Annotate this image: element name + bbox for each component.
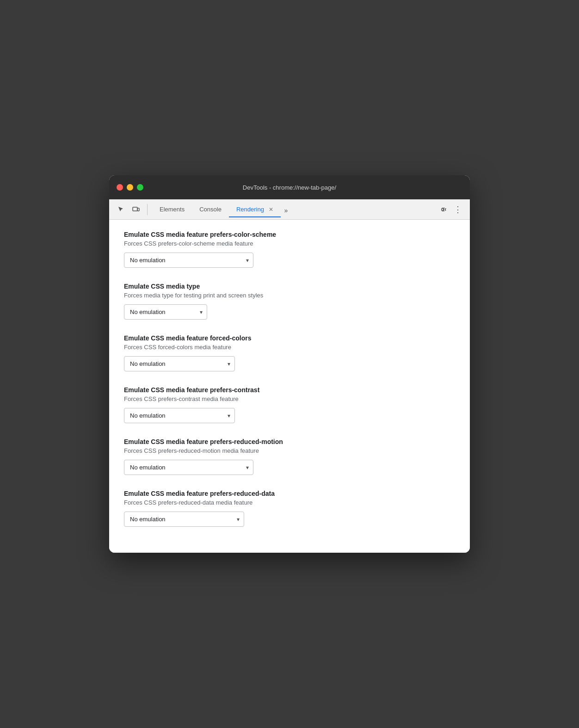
rendering-panel-content: Emulate CSS media feature prefers-color-… [109,220,470,553]
media-type-select[interactable]: No emulation print screen [124,304,207,320]
setting-media-type-desc: Forces media type for testing print and … [124,292,455,299]
setting-prefers-contrast: Emulate CSS media feature prefers-contra… [124,386,455,423]
forced-colors-select[interactable]: No emulation forced-colors: active force… [124,356,235,371]
setting-prefers-color-scheme: Emulate CSS media feature prefers-color-… [124,231,455,268]
inspect-element-icon[interactable] [115,203,128,216]
prefers-reduced-data-select[interactable]: No emulation prefers-reduced-data: reduc… [124,512,244,527]
prefers-reduced-motion-select[interactable]: No emulation prefers-reduced-motion: red… [124,460,253,475]
minimize-button[interactable] [127,184,133,191]
tab-bar: Elements Console Rendering ✕ » [152,202,435,217]
setting-prefers-reduced-motion-desc: Forces CSS prefers-reduced-motion media … [124,447,455,454]
window-title: DevTools - chrome://new-tab-page/ [243,184,336,191]
setting-prefers-reduced-motion-title: Emulate CSS media feature prefers-reduce… [124,438,455,445]
setting-forced-colors-title: Emulate CSS media feature forced-colors [124,334,455,342]
setting-prefers-reduced-data-title: Emulate CSS media feature prefers-reduce… [124,490,455,497]
prefers-color-scheme-select[interactable]: No emulation prefers-color-scheme: light… [124,253,253,268]
setting-prefers-color-scheme-wrapper: No emulation prefers-color-scheme: light… [124,253,253,268]
prefers-contrast-select[interactable]: No emulation prefers-contrast: more pref… [124,408,235,423]
setting-prefers-contrast-desc: Forces CSS prefers-contrast media featur… [124,395,455,402]
maximize-button[interactable] [137,184,143,191]
setting-prefers-color-scheme-title: Emulate CSS media feature prefers-color-… [124,231,455,238]
device-toolbar-icon[interactable] [129,203,142,216]
setting-media-type-wrapper: No emulation print screen ▾ [124,304,207,320]
setting-prefers-contrast-wrapper: No emulation prefers-contrast: more pref… [124,408,235,423]
settings-icon[interactable] [437,203,450,216]
svg-rect-0 [133,207,137,211]
tab-rendering-close[interactable]: ✕ [269,206,273,213]
setting-prefers-color-scheme-desc: Forces CSS prefers-color-scheme media fe… [124,240,455,247]
tab-console[interactable]: Console [192,202,229,217]
setting-prefers-reduced-motion-wrapper: No emulation prefers-reduced-motion: red… [124,460,253,475]
toolbar: Elements Console Rendering ✕ » ⋮ [109,199,470,220]
traffic-lights [117,184,143,191]
devtools-window: DevTools - chrome://new-tab-page/ Elemen… [109,175,470,553]
tab-rendering[interactable]: Rendering ✕ [229,202,281,217]
more-options-icon[interactable]: ⋮ [451,203,464,216]
tab-elements[interactable]: Elements [152,202,192,217]
svg-rect-1 [137,208,139,211]
tab-overflow-button[interactable]: » [281,204,292,217]
toolbar-actions: ⋮ [437,203,464,216]
setting-prefers-reduced-data-wrapper: No emulation prefers-reduced-data: reduc… [124,512,244,527]
setting-media-type: Emulate CSS media type Forces media type… [124,283,455,320]
setting-forced-colors: Emulate CSS media feature forced-colors … [124,334,455,371]
setting-forced-colors-desc: Forces CSS forced-colors media feature [124,344,455,351]
close-button[interactable] [117,184,123,191]
setting-prefers-reduced-motion: Emulate CSS media feature prefers-reduce… [124,438,455,475]
setting-media-type-title: Emulate CSS media type [124,283,455,290]
titlebar: DevTools - chrome://new-tab-page/ [109,175,470,199]
toolbar-divider [147,204,148,215]
setting-prefers-reduced-data: Emulate CSS media feature prefers-reduce… [124,490,455,527]
setting-prefers-reduced-data-desc: Forces CSS prefers-reduced-data media fe… [124,499,455,506]
setting-prefers-contrast-title: Emulate CSS media feature prefers-contra… [124,386,455,394]
setting-forced-colors-wrapper: No emulation forced-colors: active force… [124,356,235,371]
